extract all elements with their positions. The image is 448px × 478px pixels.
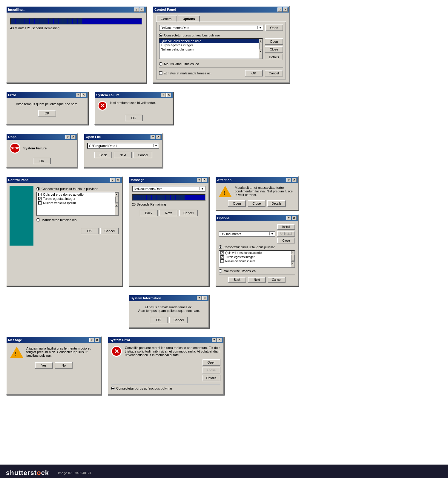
footer: shutterstock Image ID: 1940940124: [0, 465, 448, 478]
oops-close-btn[interactable]: ✕: [71, 135, 76, 139]
cp-top-cancel-btn[interactable]: Cancel: [265, 70, 283, 76]
installing-close-btn[interactable]: ✕: [139, 7, 144, 12]
cp-mid-cancel-btn[interactable]: Cancel: [100, 228, 119, 234]
se-open-btn[interactable]: Open: [202, 359, 220, 366]
si-close-btn[interactable]: ✕: [202, 296, 207, 300]
se-details-btn[interactable]: Details: [202, 375, 220, 381]
error-help-btn[interactable]: ?: [76, 93, 81, 97]
oops-help-btn[interactable]: ?: [65, 135, 70, 139]
options-path-dropdown[interactable]: D:\Documents ▼: [219, 231, 275, 237]
cp-top-close-list-btn[interactable]: Close: [265, 46, 283, 53]
cp-mid-check-3[interactable]: [38, 201, 42, 205]
se-close2-btn[interactable]: Close: [202, 367, 220, 373]
cp-top-help-btn[interactable]: ?: [277, 7, 282, 12]
of-back-btn[interactable]: Back: [94, 152, 112, 158]
mb-yes-btn[interactable]: Yes: [35, 362, 53, 369]
options-install-btn[interactable]: Install: [277, 224, 295, 230]
cp-top-list-item-2[interactable]: Turpis egestas integer: [159, 43, 259, 47]
sf-close-btn[interactable]: ✕: [166, 93, 171, 97]
options-scroll-thumb[interactable]: [291, 255, 294, 261]
open-file-path-dropdown[interactable]: C:\Programs\Data1 ▼: [87, 143, 159, 149]
cp-top-list-item-3[interactable]: Nullam vehicula ipsum: [159, 47, 259, 51]
options-uninstall-btn[interactable]: Uninstall: [277, 231, 295, 237]
cp-top-radio2-input[interactable]: [159, 62, 162, 66]
options-close-btn[interactable]: ✕: [292, 216, 297, 220]
tab-options[interactable]: Options: [178, 16, 200, 22]
of-next-btn[interactable]: Next: [114, 152, 132, 158]
options-next-btn[interactable]: Next: [248, 277, 266, 283]
se-help-btn[interactable]: ?: [212, 338, 217, 342]
installing-help-btn[interactable]: ?: [134, 7, 139, 12]
msg-mid-path-dropdown[interactable]: D:\Documents\Data ▼: [132, 186, 205, 192]
scroll-thumb[interactable]: [259, 43, 262, 49]
cp-top-path-dropdown[interactable]: D:\Documents\Data ▼: [159, 25, 263, 31]
sf-ok-btn[interactable]: OK: [125, 115, 143, 121]
msg-mid-close-btn[interactable]: ✕: [202, 178, 207, 182]
attention-open-btn[interactable]: Open: [228, 200, 246, 207]
options-list-item-1[interactable]: Quis vel eros donec ac odio: [219, 251, 291, 255]
options-help-btn[interactable]: ?: [286, 216, 291, 220]
cp-mid-check-1[interactable]: [38, 193, 42, 196]
cp-mid-list-item-3[interactable]: Nullam vehicula ipsum: [37, 201, 115, 205]
options-close2-btn[interactable]: Close: [277, 238, 295, 243]
si-ok-btn[interactable]: OK: [150, 317, 168, 323]
options-scroll-down[interactable]: ▼: [291, 261, 295, 265]
attention-close-btn2[interactable]: Close: [248, 200, 266, 207]
cp-mid-scroll-thumb[interactable]: [115, 197, 118, 203]
options-back-btn[interactable]: Back: [228, 277, 246, 283]
options-check-3[interactable]: [220, 259, 224, 263]
options-cancel-btn[interactable]: Cancel: [268, 277, 286, 283]
options-check-1[interactable]: [220, 251, 224, 255]
tab-general[interactable]: General: [156, 16, 177, 22]
options-radio2-input[interactable]: [219, 269, 222, 273]
cp-mid-list-item-1[interactable]: Quis vel eros donec ac odio: [37, 192, 115, 197]
mb-close-btn[interactable]: ✕: [95, 338, 99, 342]
cp-mid-scroll-down[interactable]: ▼: [115, 203, 119, 207]
cp-top-radio1-input[interactable]: [159, 33, 162, 37]
cp-top-ok-btn[interactable]: OK: [245, 70, 263, 76]
options-scroll-up[interactable]: ▲: [291, 251, 295, 254]
attention-help-btn[interactable]: ?: [286, 178, 291, 182]
cp-top-list-item-1[interactable]: Quis vel eros donec ac odio: [159, 39, 259, 43]
control-panel-top-titlebar: Control Panel ? ✕: [153, 7, 289, 13]
cp-mid-help-btn[interactable]: ?: [110, 178, 115, 182]
oops-ok-btn[interactable]: OK: [33, 158, 51, 164]
cp-mid-radio1-input[interactable]: [36, 187, 40, 191]
cp-mid-radio2-input[interactable]: [36, 218, 40, 222]
msg-mid-help-btn[interactable]: ?: [197, 178, 202, 182]
error-ok-btn[interactable]: OK: [38, 110, 56, 117]
mb-no-btn[interactable]: No: [55, 362, 73, 369]
cp-mid-check-2[interactable]: [38, 197, 42, 200]
cp-mid-scroll-up[interactable]: ▲: [115, 192, 119, 196]
sf-help-btn[interactable]: ?: [161, 93, 166, 97]
options-list-item-3[interactable]: Nullam vehicula ipsum: [219, 259, 291, 263]
cp-mid-close-btn[interactable]: ✕: [116, 178, 120, 182]
cp-mid-ok-btn[interactable]: OK: [81, 228, 99, 234]
se-close-btn[interactable]: ✕: [217, 338, 222, 342]
cp-top-close-btn[interactable]: ✕: [283, 7, 288, 12]
options-radio1-input[interactable]: [219, 245, 222, 249]
mb-help-btn[interactable]: ?: [89, 338, 94, 342]
se-radio1-input[interactable]: [111, 387, 115, 390]
si-cancel-btn[interactable]: Cancel: [169, 317, 188, 323]
options-check-2[interactable]: [220, 255, 224, 259]
cp-top-details-btn[interactable]: Details: [265, 54, 283, 60]
cp-top-open-btn[interactable]: Open: [265, 24, 283, 31]
options-list-item-2[interactable]: Turpis egestas integer: [219, 255, 291, 259]
of-help-btn[interactable]: ?: [151, 135, 155, 139]
attention-details-btn[interactable]: Details: [267, 200, 286, 207]
si-help-btn[interactable]: ?: [197, 296, 202, 300]
scroll-down[interactable]: ▼: [259, 50, 263, 53]
open-file-titlebar: Open File ? ✕: [84, 134, 162, 140]
of-close-btn[interactable]: ✕: [156, 135, 161, 139]
msg-mid-back-btn[interactable]: Back: [140, 210, 158, 216]
msg-mid-cancel-btn[interactable]: Cancel: [179, 210, 198, 216]
error-close-btn[interactable]: ✕: [81, 93, 86, 97]
of-cancel-btn[interactable]: Cancel: [134, 152, 152, 158]
scroll-up[interactable]: ▲: [259, 39, 263, 42]
attention-close-btn[interactable]: ✕: [292, 178, 297, 182]
cp-mid-list-item-2[interactable]: Turpis egestas integer: [37, 197, 115, 201]
cp-top-open2-btn[interactable]: Open: [265, 38, 283, 45]
cp-top-checkbox-input[interactable]: [159, 71, 162, 75]
msg-mid-next-btn[interactable]: Next: [159, 210, 177, 216]
